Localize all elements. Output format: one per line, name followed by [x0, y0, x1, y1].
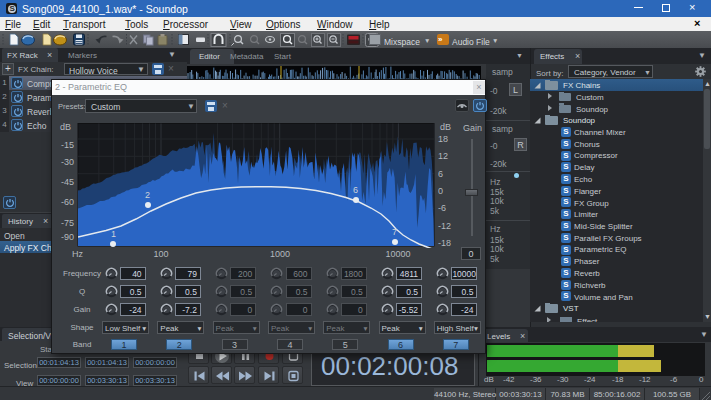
svg-text:1: 1: [111, 229, 116, 239]
svg-text:7: 7: [392, 227, 397, 237]
svg-text:6: 6: [353, 185, 358, 195]
svg-text:2: 2: [145, 190, 150, 200]
